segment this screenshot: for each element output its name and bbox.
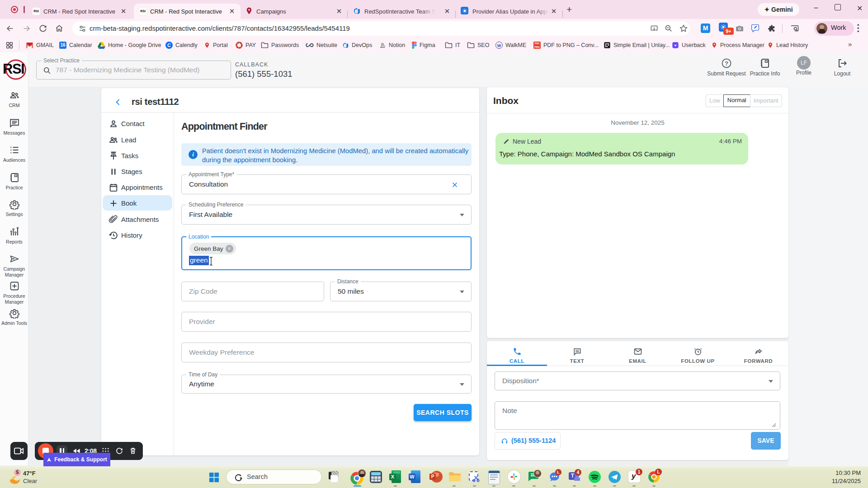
svg-text:?: ? bbox=[725, 60, 728, 67]
